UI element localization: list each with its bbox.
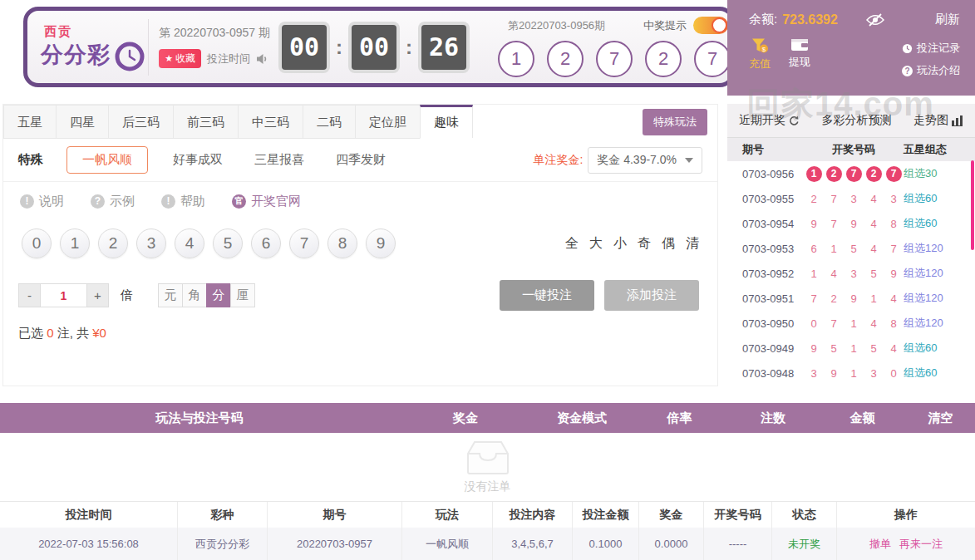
quick-small[interactable]: 小	[613, 235, 627, 253]
row-type-link[interactable]: 组选120	[904, 291, 975, 306]
row-type-link[interactable]: 组选60	[904, 191, 975, 206]
win-tip-label: 中奖提示	[643, 18, 687, 33]
orders-col-time: 投注时间	[0, 502, 178, 528]
play-option-yifanfengshun[interactable]: 一帆风顺	[66, 146, 148, 174]
order-lottery: 西贡分分彩	[178, 528, 268, 560]
tab-recent-draws[interactable]: 近期开奖	[739, 113, 800, 128]
cancel-order-button[interactable]: 撤单	[869, 537, 891, 552]
quick-all[interactable]: 全	[565, 235, 579, 253]
tab-quwei[interactable]: 趣味	[420, 105, 473, 139]
row-type-link[interactable]: 组选120	[904, 316, 975, 331]
winning-number: 7	[694, 41, 731, 77]
bet-again-button[interactable]: 再来一注	[899, 537, 943, 552]
ball-9[interactable]: 9	[366, 228, 396, 258]
recharge-button[interactable]: $ 充值	[749, 37, 771, 78]
tab-erma[interactable]: 二码	[303, 105, 356, 139]
withdraw-button[interactable]: 提现	[789, 37, 810, 78]
play-option-sijifacai[interactable]: 四季发财	[336, 152, 386, 168]
row-numbers: 95154	[804, 342, 904, 355]
row-type-link[interactable]: 组选60	[904, 216, 975, 231]
tab-qiansanma[interactable]: 前三码	[173, 105, 239, 139]
eye-slash-icon[interactable]	[866, 13, 884, 27]
multiplier-input[interactable]: 1	[41, 283, 86, 307]
star-icon: ★	[165, 53, 173, 64]
order-time: 2022-07-03 15:56:08	[0, 528, 178, 560]
summary-prefix: 已选	[18, 326, 43, 340]
multiplier-plus-button[interactable]: +	[86, 283, 109, 307]
tab-trend-chart[interactable]: 走势图	[913, 113, 963, 128]
row-type-link[interactable]: 组选120	[904, 266, 975, 281]
add-bet-button[interactable]: 添加投注	[604, 280, 699, 311]
help-link[interactable]: !帮助	[161, 194, 205, 209]
ball-6[interactable]: 6	[251, 228, 281, 258]
play-option-haoshichengshuang[interactable]: 好事成双	[173, 152, 223, 168]
tab-housanma[interactable]: 后三码	[108, 105, 174, 139]
bet-type-tabs: 五星 四星 后三码 前三码 中三码 二码 定位胆 趣味 特殊玩法	[3, 105, 717, 139]
tab-zhongsanma[interactable]: 中三码	[238, 105, 303, 139]
quick-odd[interactable]: 奇	[638, 235, 651, 253]
bet-record-link[interactable]: 投注记录	[902, 41, 960, 56]
prize-value: 奖金 4.39-7.0%	[597, 153, 677, 168]
countdown-timer: 00 00 26	[282, 25, 466, 70]
favorite-label: 收藏	[175, 52, 195, 66]
bet-cart-header: 玩法与投注号码 奖金 资金模式 倍率 注数 金额 清空	[0, 403, 975, 433]
unit-yuan[interactable]: 元	[158, 283, 183, 307]
help-row: !说明 ?示例 !帮助 官开奖官网	[3, 182, 717, 220]
play-option-sanxingbaoxi[interactable]: 三星报喜	[254, 152, 304, 168]
quick-big[interactable]: 大	[589, 235, 603, 253]
quick-even[interactable]: 偶	[662, 235, 675, 253]
one-key-bet-button[interactable]: 一键投注	[500, 280, 594, 311]
ball-1[interactable]: 1	[60, 228, 90, 258]
row-type-link[interactable]: 组选120	[904, 241, 975, 256]
row-period: 0703-0956	[727, 168, 804, 180]
ball-2[interactable]: 2	[98, 228, 128, 258]
row-period: 0703-0951	[727, 292, 804, 305]
example-link[interactable]: ?示例	[91, 194, 135, 209]
unit-li[interactable]: 厘	[230, 283, 255, 307]
win-tip-toggle[interactable]	[693, 17, 728, 34]
bet-time-label: 投注时间	[207, 52, 250, 66]
recent-row: 0703-0955 27343 组选60	[727, 186, 975, 211]
ball-5[interactable]: 5	[213, 228, 243, 258]
row-numbers: 12727	[804, 166, 904, 182]
quick-clear[interactable]: 清	[686, 235, 699, 253]
row-type-link[interactable]: 组选60	[904, 366, 975, 381]
trend-label: 走势图	[913, 113, 948, 128]
speaker-icon[interactable]	[256, 53, 269, 65]
multiplier-minus-button[interactable]: -	[18, 283, 41, 307]
panel-scrollbar[interactable]	[971, 160, 974, 250]
ball-8[interactable]: 8	[327, 228, 357, 258]
ball-3[interactable]: 3	[136, 228, 166, 258]
row-type-link[interactable]: 组选60	[904, 341, 975, 356]
cart-col-mode: 资金模式	[532, 410, 632, 426]
quick-select-group: 全 大 小 奇 偶 清	[565, 235, 702, 253]
row-numbers: 61547	[804, 243, 904, 255]
play-group-label: 特殊	[18, 152, 43, 168]
row-type-link[interactable]: 组选30	[904, 166, 975, 181]
refresh-button[interactable]: 刷新	[935, 12, 960, 27]
ball-0[interactable]: 0	[22, 228, 52, 258]
tab-sixing[interactable]: 四星	[56, 105, 109, 139]
ball-4[interactable]: 4	[175, 228, 204, 258]
tab-dingweidan[interactable]: 定位胆	[355, 105, 421, 139]
favorite-button[interactable]: ★收藏	[159, 49, 201, 68]
lottery-logo: 西贡 分分彩	[41, 24, 126, 70]
prize-select[interactable]: 奖金 4.39-7.0%	[588, 147, 702, 174]
recent-row: 0703-0952 14359 组选120	[727, 261, 975, 286]
tab-wuxing[interactable]: 五星	[3, 105, 57, 139]
cart-clear-button[interactable]: 清空	[906, 410, 975, 426]
recent-table-header: 期号 开奖号码 五星组态	[727, 138, 975, 161]
play-intro-link[interactable]: ? 玩法介绍	[902, 63, 960, 78]
unit-fen[interactable]: 分	[206, 283, 231, 307]
row-numbers: 97948	[804, 218, 904, 230]
explain-link[interactable]: !说明	[20, 194, 64, 209]
order-period: 20220703-0957	[268, 528, 402, 560]
unit-jiao[interactable]: 角	[182, 283, 207, 307]
tab-analysis-forecast[interactable]: 多彩分析预测	[822, 113, 892, 128]
ball-7[interactable]: 7	[289, 228, 319, 258]
official-site-link[interactable]: 官开奖官网	[232, 194, 301, 209]
row-period: 0703-0950	[727, 317, 804, 330]
bet-control-row: - 1 + 倍 元 角 分 厘 一键投注 添加投注	[3, 270, 717, 316]
orders-col-period: 期号	[268, 502, 402, 528]
special-play-button[interactable]: 特殊玩法	[643, 109, 707, 135]
